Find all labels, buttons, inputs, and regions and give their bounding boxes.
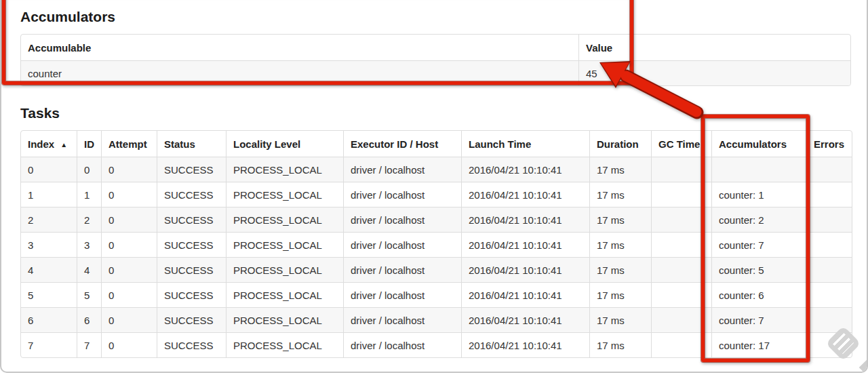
sort-ascending-icon: ▲ [60,141,67,148]
cell-errors [806,207,852,232]
cell-index: 0 [21,157,77,182]
cell-locality: PROCESS_LOCAL [226,282,343,307]
browser-window: Accumulators Accumulable Value counter 4… [0,0,868,373]
cell-index: 3 [21,232,77,257]
cell-gc-time [651,182,711,207]
cell-id: 1 [77,182,101,207]
column-header-attempt[interactable]: Attempt [101,131,157,157]
cell-locality: PROCESS_LOCAL [226,307,343,332]
watermark-stripes [833,333,854,354]
task-row-4: 4 4 0 SUCCESS PROCESS_LOCAL driver / loc… [21,257,852,282]
column-header-index-label: Index [28,138,54,150]
tasks-heading: Tasks [20,104,868,122]
cell-gc-time [651,232,711,257]
cell-accumulators: counter: 7 [711,307,806,332]
cell-locality: PROCESS_LOCAL [226,232,343,257]
column-header-id[interactable]: ID [77,131,101,157]
cell-accumulators: counter: 5 [711,257,806,282]
cell-duration: 17 ms [589,282,651,307]
cell-id: 6 [77,307,101,332]
column-header-duration[interactable]: Duration [589,131,651,157]
cell-status: SUCCESS [157,257,226,282]
cell-launch-time: 2016/04/21 10:10:41 [461,157,589,182]
cell-index: 7 [21,332,77,357]
accumulators-heading: Accumulators [20,8,868,26]
cell-locality: PROCESS_LOCAL [226,257,343,282]
cell-id: 7 [77,332,101,357]
cell-launch-time: 2016/04/21 10:10:41 [461,207,589,232]
column-header-locality-level[interactable]: Locality Level [226,131,343,157]
column-header-executor-id-host[interactable]: Executor ID / Host [343,131,461,157]
cell-executor: driver / localhost [343,257,461,282]
cell-gc-time [651,257,711,282]
cell-accumulators: counter: 2 [711,207,806,232]
cell-gc-time [651,332,711,357]
cell-attempt: 0 [101,232,157,257]
task-row-6: 6 6 0 SUCCESS PROCESS_LOCAL driver / loc… [21,307,852,332]
cell-executor: driver / localhost [343,282,461,307]
cell-executor: driver / localhost [343,182,461,207]
cell-launch-time: 2016/04/21 10:10:41 [461,282,589,307]
cell-errors [806,282,852,307]
accumulator-row: counter 45 [21,60,850,85]
cell-id: 4 [77,257,101,282]
cell-gc-time [651,282,711,307]
cell-launch-time: 2016/04/21 10:10:41 [461,257,589,282]
cell-errors [806,157,852,182]
cell-gc-time [651,207,711,232]
column-header-gc-time[interactable]: GC Time [651,131,711,157]
cell-duration: 17 ms [589,332,651,357]
cell-index: 1 [21,182,77,207]
spark-stage-page: Accumulators Accumulable Value counter 4… [1,1,868,358]
cell-duration: 17 ms [589,307,651,332]
cell-accumulators: counter: 6 [711,282,806,307]
cell-duration: 17 ms [589,182,651,207]
task-row-3: 3 3 0 SUCCESS PROCESS_LOCAL driver / loc… [21,232,852,257]
cell-duration: 17 ms [589,207,651,232]
tasks-header-row: Index▲ ID Attempt Status Locality Level … [21,131,852,157]
cell-status: SUCCESS [157,307,226,332]
cell-launch-time: 2016/04/21 10:10:41 [461,332,589,357]
column-header-launch-time[interactable]: Launch Time [461,131,589,157]
cell-status: SUCCESS [157,182,226,207]
task-row-0: 0 0 0 SUCCESS PROCESS_LOCAL driver / loc… [21,157,852,182]
cell-accumulators [711,157,806,182]
cell-locality: PROCESS_LOCAL [226,157,343,182]
cell-executor: driver / localhost [343,232,461,257]
cell-id: 5 [77,282,101,307]
cell-errors [806,257,852,282]
column-header-status[interactable]: Status [157,131,226,157]
cell-attempt: 0 [101,257,157,282]
column-header-index[interactable]: Index▲ [21,131,77,157]
cell-status: SUCCESS [157,207,226,232]
cell-locality: PROCESS_LOCAL [226,182,343,207]
cell-executor: driver / localhost [343,307,461,332]
accumulable-column-header: Accumulable [21,35,578,60]
cell-attempt: 0 [101,332,157,357]
cell-status: SUCCESS [157,157,226,182]
column-header-errors[interactable]: Errors [806,131,852,157]
cell-id: 3 [77,232,101,257]
cell-launch-time: 2016/04/21 10:10:41 [461,182,589,207]
cell-duration: 17 ms [589,157,651,182]
task-row-5: 5 5 0 SUCCESS PROCESS_LOCAL driver / loc… [21,282,852,307]
accumulators-header-row: Accumulable Value [21,35,850,60]
cell-accumulators: counter: 7 [711,232,806,257]
cell-index: 4 [21,257,77,282]
cell-errors [806,182,852,207]
tasks-table: Index▲ ID Attempt Status Locality Level … [20,130,852,358]
cell-id: 2 [77,207,101,232]
value-column-header: Value [578,35,850,60]
accumulable-value-cell: 45 [578,60,850,85]
cell-launch-time: 2016/04/21 10:10:41 [461,307,589,332]
cell-attempt: 0 [101,182,157,207]
cell-gc-time [651,157,711,182]
cell-attempt: 0 [101,307,157,332]
column-header-accumulators[interactable]: Accumulators [711,131,806,157]
accumulators-table: Accumulable Value counter 45 [20,34,851,86]
cell-duration: 17 ms [589,257,651,282]
cell-executor: driver / localhost [343,207,461,232]
cell-index: 6 [21,307,77,332]
cell-accumulators: counter: 1 [711,182,806,207]
cell-index: 2 [21,207,77,232]
